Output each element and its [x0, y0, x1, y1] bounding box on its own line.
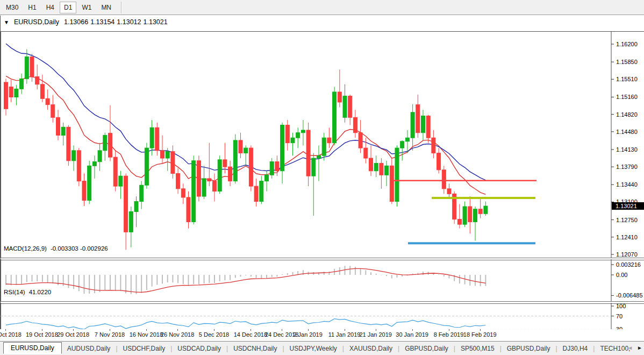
price-axis-label: 1.12410 — [616, 234, 638, 240]
timeframe-button-w1[interactable]: W1 — [77, 2, 96, 13]
candle — [442, 166, 446, 194]
candle — [140, 181, 144, 209]
tab-sp500-m15[interactable]: SP500,M15 — [455, 343, 500, 354]
date-axis-tick — [5, 329, 6, 331]
tab-gbpusd-daily[interactable]: GBPUSD,Daily — [399, 343, 454, 354]
ohlc-high: 1.13154 — [90, 18, 115, 26]
candle — [317, 145, 321, 181]
candle — [15, 85, 18, 105]
date-axis-tick — [146, 329, 147, 331]
candle — [46, 89, 49, 110]
candle — [385, 161, 389, 186]
price-axis-label: 1.12070 — [616, 251, 638, 258]
chart-tab-bar: EURUSD,DailyAUDUSD,Daily|USDCHF,Daily|US… — [0, 341, 644, 355]
timeframe-button-h1[interactable]: H1 — [24, 2, 40, 13]
tab-audusd-daily[interactable]: AUDUSD,Daily — [62, 343, 116, 354]
macd-axis-label: -0.006485 — [616, 292, 643, 299]
tab-usdchf-daily[interactable]: USDCHF,Daily — [118, 343, 171, 354]
candle — [109, 105, 112, 161]
candle — [192, 155, 196, 224]
macd-axis-label: 0.003216 — [616, 261, 641, 268]
candle — [301, 120, 305, 145]
candle — [171, 145, 175, 179]
price-axis-label: 1.14820 — [616, 111, 638, 118]
candle — [56, 110, 60, 140]
tab-usdjpy-weekly[interactable]: USDJPY,Weekly — [284, 343, 342, 354]
macd-values: -0.003303 -0.002926 — [51, 245, 108, 252]
candle — [145, 143, 148, 189]
candle — [380, 158, 383, 189]
price-axis-label: 1.15160 — [616, 94, 638, 100]
candle — [260, 176, 263, 204]
candle — [374, 155, 378, 177]
rsi-axis-label: 100 — [616, 303, 626, 309]
candle — [338, 69, 341, 107]
date-axis-tick — [73, 329, 74, 331]
tab-usdcad-daily[interactable]: USDCAD,Daily — [172, 343, 226, 354]
candle — [166, 148, 169, 171]
date-axis[interactable]: 10 Oct 201819 Oct 201829 Oct 20187 Nov 2… — [0, 329, 644, 341]
current-price-text: 1.13021 — [616, 203, 637, 209]
timeframe-button-mn[interactable]: MN — [97, 2, 116, 13]
date-axis-tick — [214, 329, 214, 331]
candle — [484, 202, 488, 216]
candle — [421, 110, 425, 140]
candle — [119, 171, 123, 199]
date-axis-tick — [177, 329, 178, 331]
candle — [113, 151, 117, 191]
tab-scroll-left-icon[interactable]: ◄ — [627, 345, 633, 351]
price-axis-label: 1.15850 — [616, 59, 638, 65]
price-axis-label: 1.15510 — [616, 76, 638, 82]
candle — [124, 173, 128, 250]
macd-panel[interactable]: 0.0032160.00-0.006485 — [1, 259, 644, 301]
candle — [155, 123, 159, 156]
candle — [92, 155, 96, 179]
candle — [61, 123, 65, 146]
rsi-value: 41.0220 — [29, 289, 52, 295]
candle — [463, 202, 467, 227]
tab-dj30-h4[interactable]: DJ30,H4 — [557, 343, 593, 354]
candle — [4, 79, 8, 115]
timeframe-button-h4[interactable]: H4 — [42, 2, 59, 13]
candle — [348, 95, 352, 125]
candle — [306, 123, 310, 186]
candle — [82, 173, 86, 206]
date-axis-tick — [480, 329, 481, 331]
date-axis-tick — [345, 329, 345, 331]
date-axis-label: 18 Feb 2019 — [459, 331, 502, 338]
candle — [291, 133, 295, 156]
candle — [233, 134, 237, 184]
candle — [249, 145, 253, 191]
candle — [202, 166, 206, 199]
candle — [244, 145, 248, 166]
chart-title: ▼ EURUSD,Daily 1.13066 1.13154 1.13012 1… — [4, 18, 168, 26]
tab-scroll-right-icon[interactable]: ► — [637, 345, 642, 351]
symbol-dropdown-icon[interactable]: ▼ — [4, 19, 9, 25]
candle — [129, 207, 133, 247]
tab-eurusd-daily[interactable]: EURUSD,Daily — [3, 342, 62, 354]
candle — [67, 125, 70, 166]
date-axis-tick — [282, 329, 282, 331]
candle — [405, 130, 409, 153]
candle — [369, 145, 373, 176]
tab-xauusd-daily[interactable]: XAUUSD,Daily — [344, 343, 398, 354]
macd-axis-label: 0.00 — [616, 272, 627, 278]
timeframe-button-m30[interactable]: M30 — [2, 2, 23, 13]
tab-gbpusd-daily[interactable]: GBPUSD,Daily — [502, 343, 556, 354]
candle — [197, 155, 201, 201]
candle — [353, 110, 357, 138]
candle — [327, 127, 331, 148]
candle — [134, 196, 138, 227]
candle — [312, 153, 316, 216]
date-axis-tick — [251, 329, 251, 331]
price-axis-label: 1.14130 — [616, 146, 638, 153]
timeframe-button-d1[interactable]: D1 — [60, 2, 76, 13]
candle — [296, 127, 300, 148]
candle — [281, 123, 284, 184]
main-chart[interactable]: 1.162001.158501.155101.151601.148201.144… — [1, 31, 644, 258]
candle — [228, 161, 232, 186]
date-axis-tick — [412, 329, 413, 331]
ohlc-open: 1.13066 — [64, 18, 88, 26]
candle — [213, 173, 217, 201]
tab-usdcnh-daily[interactable]: USDCNH,Daily — [228, 343, 282, 354]
